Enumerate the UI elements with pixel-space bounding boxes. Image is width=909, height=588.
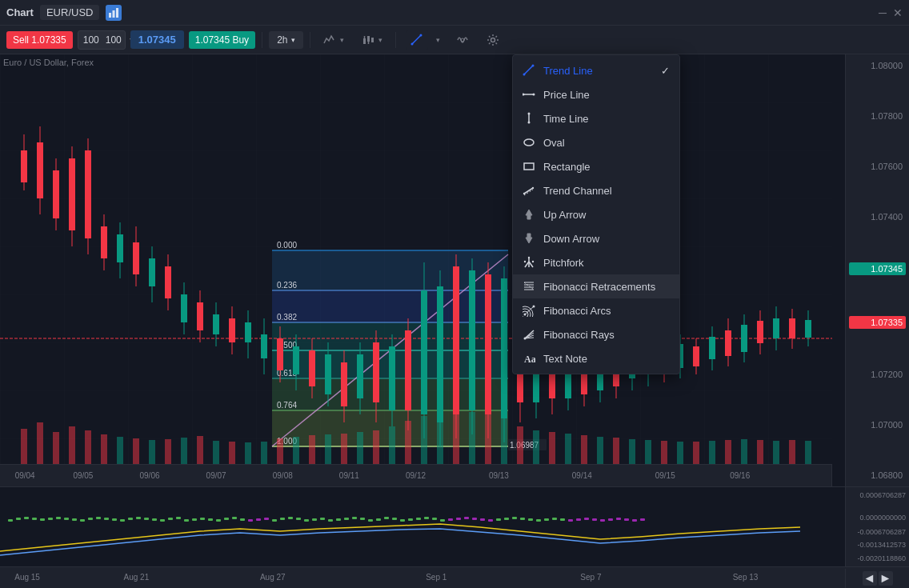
svg-rect-1 xyxy=(113,10,115,18)
sell-button[interactable]: Sell 1.07335 xyxy=(6,31,73,49)
svg-rect-175 xyxy=(8,519,13,522)
menu-item-fib-arcs[interactable]: Fibonacci Arcs xyxy=(513,298,679,322)
svg-rect-177 xyxy=(24,517,29,519)
date-09-15: 09/15 xyxy=(655,471,675,480)
date-aug15: Aug 15 xyxy=(14,573,40,582)
svg-rect-131 xyxy=(117,437,123,465)
svg-rect-28 xyxy=(37,142,43,198)
scroll-left-button[interactable]: ◄ xyxy=(863,571,877,586)
menu-item-fib-rays[interactable]: Fibonacci Rays xyxy=(513,322,679,346)
close-button[interactable]: ✕ xyxy=(893,6,903,19)
buy-button[interactable]: 1.07345 Buy xyxy=(189,31,255,49)
svg-rect-220 xyxy=(368,519,373,522)
menu-item-oval[interactable]: Oval xyxy=(513,130,679,154)
svg-rect-194 xyxy=(160,519,165,522)
timeframe-button[interactable]: 2h ▾ xyxy=(269,31,303,49)
svg-rect-76 xyxy=(421,290,427,414)
svg-point-256 xyxy=(523,74,526,76)
svg-line-282 xyxy=(524,282,534,290)
settings-button[interactable] xyxy=(480,30,506,50)
svg-point-10 xyxy=(420,34,422,36)
svg-rect-178 xyxy=(32,518,37,520)
price-1.07600: 1.07600 xyxy=(849,162,906,171)
rectangle-label: Rectangle xyxy=(543,161,591,173)
menu-item-fib-retracements[interactable]: Fibonacci Retracements xyxy=(513,274,679,298)
svg-rect-224 xyxy=(400,519,405,522)
svg-point-275 xyxy=(528,257,530,258)
down-arrow-label: Down Arrow xyxy=(543,233,599,245)
svg-rect-78 xyxy=(437,286,443,422)
svg-point-12 xyxy=(491,38,495,42)
svg-rect-36 xyxy=(101,226,107,258)
menu-item-text-note[interactable]: Aa Text Note xyxy=(513,346,679,370)
price-1.06800: 1.06800 xyxy=(849,470,906,480)
svg-rect-204 xyxy=(240,518,245,521)
svg-rect-225 xyxy=(408,518,413,521)
svg-rect-162 xyxy=(613,438,619,465)
svg-rect-195 xyxy=(168,518,173,520)
title-bar: Chart EUR/USD ─ ✕ xyxy=(0,0,909,26)
drawing-dropdown-button[interactable]: ▾ xyxy=(430,33,445,47)
svg-rect-34 xyxy=(85,150,91,238)
svg-rect-3 xyxy=(363,38,366,44)
svg-rect-148 xyxy=(389,426,395,465)
menu-item-time-line[interactable]: Time Line xyxy=(513,106,679,130)
svg-rect-138 xyxy=(229,442,235,465)
menu-item-trend-channel[interactable]: Trend Channel xyxy=(513,178,679,202)
text-note-icon: Aa xyxy=(523,352,535,365)
svg-rect-127 xyxy=(53,432,59,465)
date-09-06: 09/06 xyxy=(140,471,160,480)
svg-rect-32 xyxy=(69,158,75,230)
svg-rect-137 xyxy=(213,441,219,465)
fib-rays-label: Fibonacci Rays xyxy=(543,329,615,341)
svg-rect-125 xyxy=(21,429,27,465)
svg-text:0.382: 0.382 xyxy=(277,313,297,322)
scroll-right-button[interactable]: ► xyxy=(879,571,893,586)
menu-item-rectangle[interactable]: Rectangle xyxy=(513,154,679,178)
trend-line-tool-button[interactable] xyxy=(406,30,428,50)
svg-rect-247 xyxy=(584,518,589,520)
svg-rect-160 xyxy=(581,435,587,465)
svg-rect-217 xyxy=(344,518,349,520)
selected-checkmark: ✓ xyxy=(661,65,670,77)
svg-rect-70 xyxy=(373,342,379,402)
indicators-2-button[interactable] xyxy=(450,30,475,50)
rectangle-icon xyxy=(523,160,535,173)
svg-rect-200 xyxy=(208,518,213,521)
svg-rect-174 xyxy=(805,441,811,465)
svg-rect-74 xyxy=(405,330,411,410)
price-1.08000: 1.08000 xyxy=(849,61,906,70)
svg-rect-151 xyxy=(437,413,443,465)
svg-rect-181 xyxy=(56,517,61,519)
svg-point-294 xyxy=(524,338,527,340)
svg-rect-56 xyxy=(261,334,267,358)
svg-rect-122 xyxy=(789,318,795,338)
svg-rect-252 xyxy=(624,518,629,521)
indicators-button[interactable]: ▾ xyxy=(317,30,350,50)
menu-item-pitchfork[interactable]: Pitchfork xyxy=(513,250,679,274)
chart-area: Euro / US Dollar, Forex xyxy=(0,54,909,486)
svg-line-255 xyxy=(524,66,533,74)
svg-rect-112 xyxy=(709,337,715,359)
svg-rect-189 xyxy=(120,519,125,522)
quantity-input[interactable]: 100 100 1000 ▾ xyxy=(78,30,126,50)
svg-rect-211 xyxy=(296,518,301,520)
menu-item-up-arrow[interactable]: Up Arrow xyxy=(513,202,679,226)
svg-rect-246 xyxy=(576,518,581,521)
svg-rect-48 xyxy=(197,302,203,330)
minimize-button[interactable]: ─ xyxy=(879,6,887,19)
menu-item-price-line[interactable]: Price Line xyxy=(513,82,679,106)
svg-rect-202 xyxy=(224,518,229,520)
menu-item-down-arrow[interactable]: Down Arrow xyxy=(513,226,679,250)
sub-price-3: -0.0006706287 xyxy=(857,528,906,536)
chart-type-button[interactable]: ▾ xyxy=(355,30,389,50)
menu-item-trend-line[interactable]: Trend Line ✓ xyxy=(513,58,679,82)
price-axis: 1.08000 1.07800 1.07600 1.07400 1.07345 … xyxy=(845,54,909,486)
svg-marker-270 xyxy=(526,210,532,219)
svg-text:Aa: Aa xyxy=(524,354,535,365)
sub-price-4: -0.0013412573 xyxy=(857,541,906,549)
svg-rect-66 xyxy=(341,362,347,406)
price-1.07400: 1.07400 xyxy=(849,212,906,222)
price-line-label: Price Line xyxy=(543,89,590,101)
date-09-04: 09/04 xyxy=(15,471,35,480)
